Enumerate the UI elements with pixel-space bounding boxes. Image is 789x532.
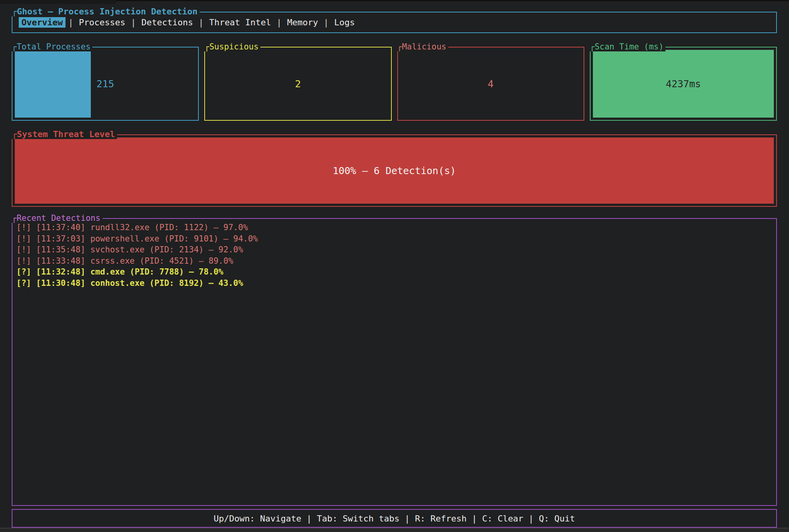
malicious-value: 4 bbox=[488, 78, 494, 90]
detection-row[interactable]: [!] [11:37:40] rundll32.exe (PID: 1122) … bbox=[16, 222, 772, 233]
panel-malicious: Malicious 4 bbox=[397, 47, 584, 121]
help-bar: Up/Down: Navigate | Tab: Switch tabs | R… bbox=[12, 509, 777, 528]
tab-bar: Overview | Processes | Detections | Thre… bbox=[12, 17, 357, 28]
detection-row[interactable]: [!] [11:33:48] csrss.exe (PID: 4521) — 8… bbox=[16, 255, 772, 267]
threat-level-label: 100% — 6 Detection(s) bbox=[15, 137, 774, 204]
suspicious-value: 2 bbox=[295, 78, 301, 90]
tab-logs[interactable]: Logs bbox=[331, 17, 357, 28]
tab-separator: | bbox=[274, 18, 284, 27]
app-title: Ghost — Process Injection Detection bbox=[12, 7, 200, 16]
detection-row[interactable]: [?] [11:30:48] conhost.exe (PID: 8192) —… bbox=[16, 278, 772, 289]
help-text: Up/Down: Navigate | Tab: Switch tabs | R… bbox=[214, 514, 575, 523]
terminal-bottom-edge bbox=[0, 528, 789, 532]
tab-threat-intel[interactable]: Threat Intel bbox=[206, 17, 274, 28]
threat-level-title: System Threat Level bbox=[12, 130, 117, 139]
tab-separator: | bbox=[321, 18, 331, 27]
panel-recent-detections: Recent Detections [!] [11:37:40] rundll3… bbox=[12, 218, 777, 506]
suspicious-title: Suspicious bbox=[204, 42, 260, 51]
detection-row[interactable]: [!] [11:35:48] svchost.exe (PID: 2134) —… bbox=[16, 244, 772, 255]
total-processes-gauge: 215 bbox=[15, 50, 196, 118]
detections-list: [!] [11:37:40] rundll32.exe (PID: 1122) … bbox=[12, 219, 776, 292]
scan-time-title: Scan Time (ms) bbox=[590, 42, 666, 51]
terminal-top-edge bbox=[0, 0, 789, 4]
detection-row[interactable]: [?] [11:32:48] cmd.exe (PID: 7788) — 78.… bbox=[16, 266, 772, 278]
total-processes-value: 215 bbox=[15, 50, 196, 118]
malicious-title: Malicious bbox=[397, 42, 448, 51]
terminal-tab-edge bbox=[116, 0, 789, 4]
tab-detections[interactable]: Detections bbox=[139, 17, 196, 28]
tab-separator: | bbox=[128, 18, 138, 27]
panel-total-processes: Total Processes 215 bbox=[12, 47, 199, 121]
recent-detections-title: Recent Detections bbox=[12, 213, 103, 223]
panel-threat-level: System Threat Level 100% — 6 Detection(s… bbox=[12, 134, 777, 207]
tab-overview[interactable]: Overview bbox=[19, 17, 65, 28]
scan-time-value: 4237ms bbox=[593, 50, 774, 118]
scan-time-gauge: 4237ms bbox=[593, 50, 774, 118]
tab-separator: | bbox=[196, 18, 206, 27]
tab-memory[interactable]: Memory bbox=[285, 17, 321, 28]
tab-separator: | bbox=[65, 18, 76, 27]
app-root: Ghost — Process Injection Detection Over… bbox=[0, 4, 789, 528]
tab-processes[interactable]: Processes bbox=[76, 17, 128, 28]
total-processes-title: Total Processes bbox=[12, 42, 92, 51]
panel-scan-time: Scan Time (ms) 4237ms bbox=[590, 47, 777, 121]
tab-bar-panel: Ghost — Process Injection Detection Over… bbox=[12, 12, 777, 33]
stats-row: Total Processes 215 Suspicious 2 Malicio… bbox=[12, 47, 777, 121]
threat-level-gauge: 100% — 6 Detection(s) bbox=[15, 137, 774, 204]
panel-suspicious: Suspicious 2 bbox=[204, 47, 391, 121]
detection-row[interactable]: [!] [11:37:03] powershell.exe (PID: 9101… bbox=[16, 233, 772, 245]
